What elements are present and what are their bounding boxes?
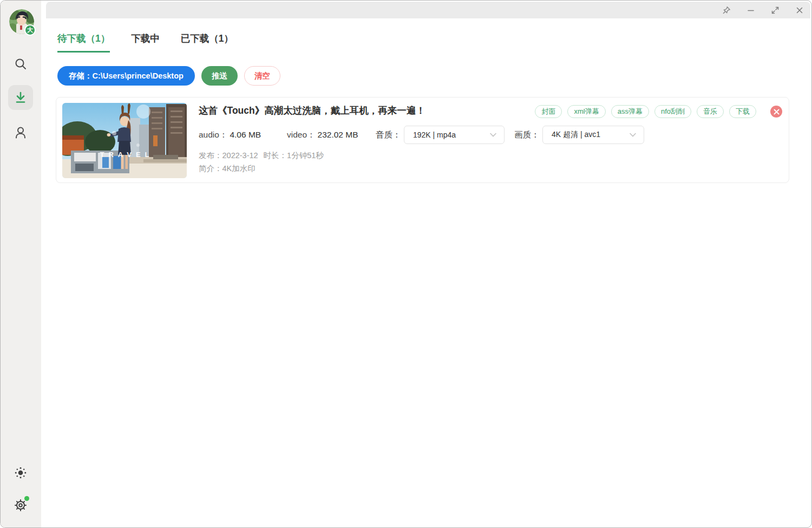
- tag-cover[interactable]: 封面: [535, 105, 562, 118]
- audio-quality-label: 音质：: [376, 126, 401, 144]
- audio-quality-select[interactable]: 192K | mp4a: [404, 126, 505, 144]
- tab-downloading[interactable]: 下载中: [131, 32, 160, 53]
- intro-value: 4K加水印: [222, 164, 256, 173]
- tag-nfo-scrape[interactable]: nfo刮削: [654, 105, 691, 118]
- tab-bar: 待下载（1） 下载中 已下载（1）: [57, 32, 233, 53]
- download-item-card: TRAVEL 这首《Touch》高潮太过洗脑，戴上耳机，再来一遍！ 封面 xml…: [56, 97, 789, 183]
- toolbar: 存储：C:\Users\prince\Desktop 推送 清空: [57, 66, 280, 86]
- storage-path-button[interactable]: 存储：C:\Users\prince\Desktop: [57, 66, 195, 86]
- video-title: 这首《Touch》高潮太过洗脑，戴上耳机，再来一遍！: [199, 104, 425, 117]
- publish-label: 发布：: [199, 151, 222, 160]
- close-icon[interactable]: [795, 6, 804, 15]
- tag-ass-danmaku[interactable]: ass弹幕: [611, 105, 649, 118]
- audio-size-value: 4.06 MB: [230, 130, 261, 139]
- publish-value: 2022-3-12: [222, 151, 258, 160]
- window-controls: [722, 6, 804, 15]
- chevron-down-icon: [630, 133, 636, 137]
- tab-downloaded[interactable]: 已下载（1）: [181, 32, 233, 53]
- video-quality-value: 4K 超清 | avc1: [552, 130, 630, 140]
- intro-label: 简介：: [199, 164, 222, 173]
- maximize-icon[interactable]: [771, 6, 780, 15]
- tag-row: 封面 xml弹幕 ass弹幕 nfo刮削 音乐 下载: [535, 105, 782, 118]
- avatar-badge: 大: [24, 24, 36, 36]
- user-icon[interactable]: [13, 125, 28, 140]
- minimize-icon[interactable]: [746, 6, 755, 15]
- search-icon[interactable]: [13, 56, 28, 71]
- tab-pending[interactable]: 待下载（1）: [57, 32, 110, 53]
- video-size: video：232.02 MB: [287, 126, 358, 144]
- audio-quality-value: 192K | mp4a: [413, 131, 490, 139]
- duration-value: 1分钟51秒: [287, 151, 324, 160]
- titlebar: [46, 2, 810, 18]
- audio-size: audio：4.06 MB: [199, 126, 261, 144]
- publish-duration-line: 发布：2022-3-12时长：1分钟51秒: [199, 149, 324, 161]
- tag-download[interactable]: 下载: [729, 105, 756, 118]
- video-quality-label: 画质：: [514, 126, 540, 144]
- duration-label: 时长：: [264, 151, 287, 160]
- audio-size-label: audio：: [199, 130, 227, 139]
- chevron-down-icon: [490, 133, 496, 137]
- clear-button[interactable]: 清空: [244, 66, 280, 86]
- push-button[interactable]: 推送: [201, 66, 238, 86]
- tag-music[interactable]: 音乐: [697, 105, 724, 118]
- tag-xml-danmaku[interactable]: xml弹幕: [567, 105, 605, 118]
- app-window: 大: [0, 0, 812, 528]
- remove-item-button[interactable]: [770, 106, 782, 118]
- intro-line: 简介：4K加水印: [199, 162, 256, 174]
- video-size-label: video：: [287, 130, 316, 139]
- settings-notification-dot: [24, 496, 29, 501]
- video-quality-select[interactable]: 4K 超清 | avc1: [542, 126, 644, 144]
- settings-gear-icon[interactable]: [12, 497, 29, 513]
- download-icon[interactable]: [8, 85, 33, 110]
- thumbnail-overlay-text: TRAVEL: [62, 151, 187, 159]
- avatar[interactable]: 大: [9, 9, 34, 34]
- theme-icon[interactable]: [13, 465, 28, 480]
- sidebar: 大: [1, 1, 41, 527]
- pin-icon[interactable]: [722, 6, 731, 15]
- video-thumbnail[interactable]: TRAVEL: [62, 103, 187, 178]
- thumbnail-scene: [62, 103, 187, 178]
- video-size-value: 232.02 MB: [318, 130, 358, 139]
